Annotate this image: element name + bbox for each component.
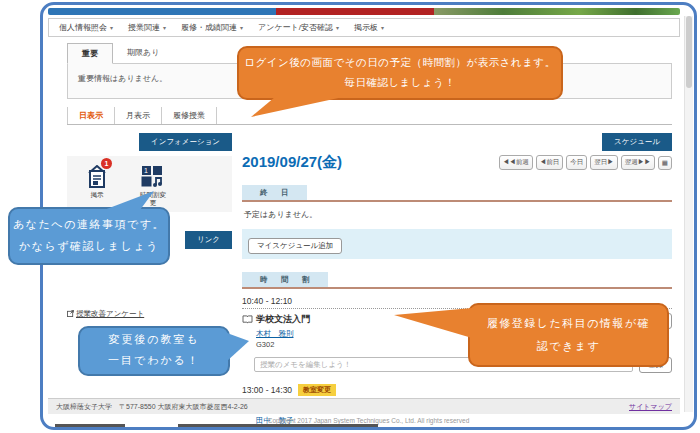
prev-day-button[interactable]: ◀前日	[536, 155, 564, 170]
menu-label: 授業関連	[128, 23, 160, 32]
chevron-down-icon: ▾	[240, 25, 243, 31]
today-button[interactable]: 今日	[566, 155, 587, 170]
my-schedule-band: マイスケジュール追加	[242, 229, 672, 259]
survey-link[interactable]: 授業改善アンケート	[67, 309, 144, 319]
window-bottom-edge	[55, 424, 125, 427]
header-banner-image	[48, 8, 680, 15]
copyright-text: Copyright 2017 Japan System Techniques C…	[43, 417, 694, 424]
vertical-scrollbar[interactable]	[684, 16, 693, 412]
all-day-empty-message: 予定はありません。	[244, 209, 672, 220]
chevron-down-icon: ▾	[381, 25, 384, 31]
notification-badge: 1	[101, 158, 112, 169]
annotation-course-info-callout: 履修登録した科目の情報が確 認できます	[468, 303, 669, 367]
course-book-icon	[242, 315, 253, 324]
annotation-login-callout: ログイン後の画面でその日の予定（時間割）が表示されます。 毎日確認しましょう！	[237, 46, 563, 100]
next-week-button[interactable]: 翌週▶▶	[621, 155, 655, 170]
prev-week-button[interactable]: ◀◀前週	[499, 155, 533, 170]
menu-item-bulletin-board[interactable]: 掲示板▾	[354, 22, 384, 33]
annotation-room-change-callout: 変更後の教室も 一目でわかる！	[78, 326, 230, 376]
class-time: 13:00 - 14:30	[242, 385, 292, 395]
next-day-button[interactable]: 翌日▶	[590, 155, 618, 170]
tab-month-view[interactable]: 月表示	[115, 107, 162, 124]
sitemap-link[interactable]: サイトマップ	[629, 402, 672, 412]
timetable-change-icon: 12	[131, 163, 175, 189]
menu-item-personal-info[interactable]: 個人情報照会▾	[59, 22, 113, 33]
view-tabs: 日表示 月表示 履修授業	[67, 107, 672, 125]
menu-item-registration-grades[interactable]: 履修・成績関連▾	[181, 22, 243, 33]
scrollbar-thumb[interactable]	[686, 16, 692, 88]
teacher-link[interactable]: 木村 雅則	[256, 329, 294, 338]
footer-bar: 大阪樟蔭女子大学 〒577-8550 大阪府東大阪市菱屋西4-2-26 サイトマ…	[48, 398, 680, 414]
links-area: 授業改善アンケート	[67, 265, 232, 325]
menu-label: アンケート/安否確認	[258, 23, 333, 32]
add-my-schedule-button[interactable]: マイスケジュール追加	[248, 238, 342, 254]
menu-label: 履修・成績関連	[181, 23, 237, 32]
all-day-section-header: 終 日	[242, 181, 672, 202]
schedule-button[interactable]: スケジュール	[602, 133, 672, 151]
information-button[interactable]: インフォメーション	[139, 133, 232, 151]
menu-label: 個人情報照会	[59, 23, 107, 32]
chevron-down-icon: ▾	[110, 25, 113, 31]
annotation-contact-callout: あなたへの連絡事項です。 かならず確認しましょう	[8, 207, 170, 265]
svg-text:2: 2	[144, 178, 148, 185]
classroom: 136	[256, 427, 672, 430]
callout-tail	[227, 333, 249, 363]
course-title: 学校文法入門	[242, 313, 310, 326]
date-navigation: ◀◀前週 ◀前日 今日 翌日▶ 翌週▶▶ ▦	[499, 155, 672, 172]
chevron-down-icon: ▾	[336, 25, 339, 31]
tab-deadline[interactable]: 期限あり	[113, 43, 173, 64]
menu-item-survey-safety[interactable]: アンケート/安否確認▾	[258, 22, 339, 33]
screenshot-root: 個人情報照会▾ 授業関連▾ 履修・成績関連▾ アンケート/安否確認▾ 掲示板▾ …	[0, 0, 700, 433]
external-link-icon	[67, 310, 74, 317]
left-sidebar: インフォメーション 1 掲示 12	[67, 127, 232, 430]
room-change-badge: 教室変更	[298, 384, 336, 396]
window-bottom-edge	[178, 424, 378, 427]
page-date-title: 2019/09/27(金)	[242, 153, 342, 172]
menu-item-classes[interactable]: 授業関連▾	[128, 22, 166, 33]
university-address: 大阪樟蔭女子大学 〒577-8550 大阪府東大阪市菱屋西4-2-26	[56, 402, 248, 412]
chevron-down-icon: ▾	[163, 25, 166, 31]
class-time: 10:40 - 12:10	[242, 296, 292, 306]
menu-label: 掲示板	[354, 23, 378, 32]
calendar-icon[interactable]: ▦	[658, 156, 672, 170]
link-button[interactable]: リンク	[185, 231, 232, 249]
main-menubar: 個人情報照会▾ 授業関連▾ 履修・成績関連▾ アンケート/安否確認▾ 掲示板▾	[48, 18, 680, 37]
callout-tail	[394, 308, 472, 340]
tab-registered-courses[interactable]: 履修授業	[162, 107, 217, 124]
callout-tail	[92, 191, 154, 210]
tab-important[interactable]: 重要	[67, 43, 113, 64]
schedule-main: スケジュール 2019/09/27(金) ◀◀前週 ◀前日 今日 翌日▶ 翌週▶…	[242, 127, 672, 430]
callout-tail	[251, 97, 343, 117]
tab-day-view[interactable]: 日表示	[67, 107, 115, 124]
svg-text:1: 1	[144, 167, 148, 174]
timetable-section-header: 時 間 割	[242, 268, 672, 289]
bulletin-icon	[75, 163, 119, 189]
